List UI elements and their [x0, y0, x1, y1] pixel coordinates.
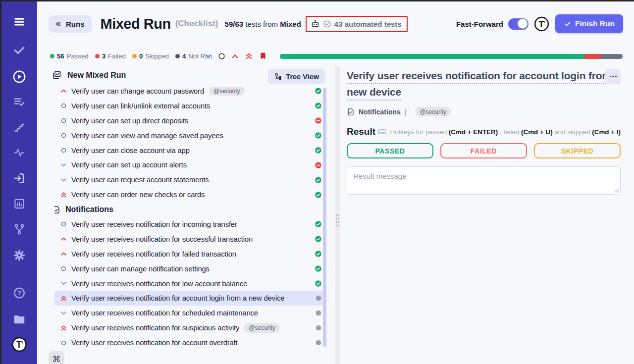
priority-high-icon [59, 87, 67, 95]
list-panel-header: New Mixed Run Tree View [37, 69, 334, 86]
detail-header: Verify user receives notification for ac… [347, 66, 621, 100]
sidebar-item-analytics[interactable] [14, 198, 25, 209]
tree-icon [274, 73, 282, 80]
steps-icon [13, 121, 25, 133]
progress-segment-passed [280, 54, 584, 59]
priority-normal-icon [59, 266, 67, 271]
status-dot [95, 54, 100, 58]
result-heading: Result [347, 126, 375, 137]
passed-button[interactable]: PASSED [347, 143, 433, 158]
tree-view-button[interactable]: Tree View [268, 69, 325, 84]
folder-icon [13, 313, 26, 326]
fast-forward-toggle[interactable] [508, 18, 528, 30]
sidebar-item-help[interactable]: ? [13, 287, 26, 299]
more-options-button[interactable] [605, 69, 621, 84]
progress-segment-failed [584, 54, 601, 59]
finish-run-button[interactable]: Finish Run [555, 14, 623, 33]
test-breadcrumb: Notifications | @security [347, 107, 621, 116]
test-row[interactable]: Verify user receives notification for in… [54, 217, 325, 232]
list-filter-icons [204, 52, 267, 60]
log-in-icon [13, 172, 25, 184]
status-passed-icon [311, 220, 322, 228]
failed-button[interactable]: FAILED [440, 143, 527, 158]
app-window: ?T Runs Mixed Run (Checklist) 59/63 test… [0, 0, 634, 364]
toggle-knob [518, 19, 528, 29]
test-row[interactable]: Verify user receives notification for lo… [54, 276, 325, 291]
sidebar-item-test-plans[interactable] [13, 96, 25, 108]
progress-segment-not_run [601, 54, 623, 59]
test-row[interactable]: Verify user can link/unlink external acc… [54, 99, 325, 113]
test-title: Verify user receives notification for fa… [71, 250, 236, 258]
main-area: Runs Mixed Run (Checklist) 59/63 tests f… [37, 1, 634, 364]
test-row[interactable]: Verify user receives notification for sc… [54, 306, 325, 320]
top-bar: Runs Mixed Run (Checklist) 59/63 tests f… [49, 14, 623, 33]
test-row[interactable]: Verify user can view and manage saved pa… [54, 128, 325, 143]
breadcrumb-separator: | [405, 108, 407, 116]
priority-highest-icon [59, 324, 67, 332]
run-title-group: New Mixed Run [52, 70, 126, 80]
automated-tests-badge-annotation: 43 automated tests [306, 16, 408, 32]
test-row[interactable]: Verify user can close account via app [54, 143, 325, 158]
test-row[interactable]: Verify user receives notification for fa… [54, 247, 325, 261]
bookmark-icon[interactable] [259, 52, 267, 60]
sidebar-item-logo[interactable]: T [12, 337, 27, 352]
test-row[interactable]: Verify user can set up direct deposits [54, 113, 325, 128]
sidebar-item-settings[interactable] [13, 249, 26, 261]
skipped-button[interactable]: SKIPPED [534, 143, 621, 158]
test-row[interactable]: Verify user receives notification for ac… [54, 291, 325, 306]
test-row[interactable]: Verify user can request account statemen… [54, 172, 325, 187]
sidebar-item-pulse[interactable] [13, 147, 25, 158]
test-row[interactable]: Verify user can change account password@… [54, 87, 325, 99]
test-title: Verify user can order new checks or card… [71, 191, 205, 199]
test-row[interactable]: Verify user can manage notification sett… [54, 261, 325, 276]
list-check-icon [13, 96, 25, 108]
clipboard-check-icon [52, 70, 61, 80]
sidebar-item-branches[interactable] [13, 223, 25, 235]
chevrons-up-icon[interactable] [245, 52, 253, 60]
fast-forward-label: Fast-Forward [456, 20, 503, 28]
result-section-header: Result Hotkeys for passed (Cmd + ENTER) … [347, 126, 621, 137]
test-title: Verify user receives notification for su… [71, 235, 253, 243]
result-message-input[interactable] [347, 166, 621, 195]
sidebar-item-tests[interactable] [13, 44, 26, 57]
test-detail-panel: Verify user receives notification for ac… [342, 66, 634, 364]
status-not_run-icon [311, 324, 322, 331]
test-title: Verify user can request account statemen… [71, 176, 209, 184]
sidebar-item-runs[interactable] [12, 70, 26, 84]
status-passed-icon [311, 265, 322, 272]
test-title: Verify user receives notification for sc… [71, 309, 258, 317]
test-row[interactable]: Verify user receives notification for su… [54, 320, 325, 335]
test-row[interactable]: Verify user receives notification for su… [54, 232, 325, 247]
priority-highest-icon [59, 191, 67, 199]
stat-failed: 3Failed [95, 52, 126, 60]
status-not_run-icon [311, 310, 322, 316]
drag-handle-icon [336, 213, 339, 228]
chevron-down-icon[interactable] [204, 52, 212, 60]
sidebar-item-milestones[interactable] [13, 121, 25, 133]
ellipsis-icon [610, 76, 611, 77]
status-dot [132, 54, 137, 58]
test-title: Verify user receives notification for ac… [71, 339, 238, 347]
test-row[interactable]: Verify user can order new checks or card… [54, 187, 325, 202]
circle-icon[interactable] [218, 52, 225, 60]
chevron-up-icon[interactable] [231, 52, 239, 60]
test-row[interactable]: Verify user receives notification for ac… [54, 335, 325, 350]
robot-icon [311, 19, 320, 29]
test-row[interactable]: Verify user can set up account alerts [54, 157, 325, 172]
sidebar-item-projects[interactable] [13, 313, 26, 326]
priority-high-icon [59, 235, 67, 243]
status-dot [175, 54, 180, 58]
command-hotkey-button[interactable]: ⌘ [49, 351, 64, 364]
app-logo[interactable]: T [534, 16, 549, 32]
back-to-runs-button[interactable]: Runs [49, 15, 92, 33]
sidebar-item-imports[interactable] [13, 172, 25, 184]
list-scrollbar[interactable] [323, 88, 326, 347]
breadcrumb-section: Notifications [359, 108, 401, 116]
document-check-icon [347, 108, 355, 116]
status-failed-icon [311, 161, 322, 169]
test-title: Verify user can manage notification sett… [71, 265, 210, 273]
priority-low-icon [59, 280, 67, 287]
section-header[interactable]: Notifications [54, 202, 325, 217]
panel-resizer[interactable] [335, 66, 340, 364]
sidebar-item-menu[interactable] [13, 15, 26, 28]
